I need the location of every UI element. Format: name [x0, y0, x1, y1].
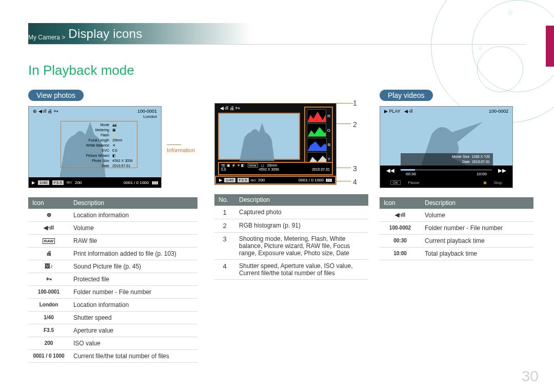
description-cell: Shooting mode, Metering, Flash, White ba… [235, 233, 368, 260]
description-cell: Volume [421, 209, 533, 222]
table-row: London Location information [28, 299, 197, 312]
view-photos-screenshot: ⊕ ◀·ıll 🖨 🗝 100-0001 London Mode📷 Meteri… [28, 106, 162, 188]
volume-icon: ◀·ıll [380, 209, 421, 222]
play-videos-table: Icon Description ◀·ıll Volume 100-0002 F… [380, 197, 533, 260]
table-row: 200 ISO value [28, 337, 197, 350]
description-cell: RAW file [69, 235, 197, 247]
table-row: 100-0002 Folder number - File number [380, 222, 533, 235]
callout-1: 1 [353, 99, 357, 107]
description-cell: Shutter speed [69, 312, 197, 324]
aperture-text: F3.5 [28, 324, 69, 337]
row-number: 3 [214, 233, 235, 260]
view-photos-table: Icon Description ⊕ Location information … [28, 197, 197, 363]
print-icon: 🖨 [28, 247, 69, 260]
sound-picture-icon: 🖼♪ [28, 260, 69, 273]
breadcrumb-current: Display icons [68, 27, 142, 41]
total-time-text: 10:00 [380, 247, 421, 260]
description-cell: Captured photo [235, 206, 368, 219]
description-cell: Print information added to file (p. 103) [69, 247, 197, 260]
play-videos-screenshot: ▶ PLAY ◀·ıll 100-0002 Movie Size 1280 X … [380, 106, 513, 188]
description-cell: Shutter speed, Aperture value, ISO value… [235, 260, 368, 280]
row-number: 1 [214, 206, 235, 219]
table-row: ◀·ıll Volume [28, 222, 197, 235]
table-row: 🖼♪ Sound Picture file (p. 45) [28, 260, 197, 273]
photo-silhouette [219, 114, 301, 161]
description-cell: ISO value [69, 337, 197, 350]
description-cell: Total playback time [421, 247, 533, 260]
row-number: 4 [214, 260, 235, 280]
description-cell: Aperture value [69, 324, 197, 337]
folder-file-text: 100-0002 [380, 222, 421, 235]
callout-4: 4 [353, 178, 357, 186]
location-text: London [143, 114, 157, 119]
table-row: ◀·ıll Volume [380, 209, 533, 222]
table-row: 🗝 Protected file [28, 273, 197, 286]
table-row: 1/40 Shutter speed [28, 312, 197, 324]
file-number: 100-0001 [137, 109, 157, 114]
current-time-text: 00:30 [380, 235, 421, 247]
raw-icon: RAW [28, 235, 69, 247]
histogram-table: No. Description 1 Captured photo 2 RGB h… [214, 194, 368, 280]
volume-icon: ◀·ıll [28, 222, 69, 235]
table-row: ⊕ Location information [28, 209, 197, 222]
breadcrumb: My Camera > Display icons [28, 23, 526, 45]
callout-2: 2 [353, 120, 357, 129]
table-row: 4 Shutter speed, Aperture value, ISO val… [214, 260, 368, 280]
location-icon: ⊕ [28, 209, 69, 222]
play-videos-pill: Play videos [380, 90, 433, 101]
histogram-column: ◀·ıll 🖨 🗝 R G B Y 📷 ▣ ⚡ ☀ ◧ RAW ◻ 20mm 0… [214, 90, 368, 280]
play-videos-column: Play videos ▶ PLAY ◀·ıll 100-0002 Movie … [380, 90, 533, 260]
description-cell: Folder number - File number [69, 286, 197, 299]
page-number: 30 [522, 367, 539, 385]
location-text: London [28, 299, 69, 312]
table-row: 1 Captured photo [214, 206, 368, 219]
description-cell: Current playback time [421, 235, 533, 247]
counter-text: 0001 / 0 1000 [28, 350, 69, 363]
callout-3: 3 [353, 164, 357, 173]
description-cell: Location information [69, 209, 197, 222]
folder-file-text: 100-0001 [28, 286, 69, 299]
view-photos-pill: View photos [28, 90, 84, 101]
row-number: 2 [214, 219, 235, 233]
description-cell: Location information [69, 299, 197, 312]
section-title: In Playback mode [28, 63, 134, 78]
table-row: 100-0001 Folder number - File number [28, 286, 197, 299]
accent-stripe [546, 26, 554, 67]
description-cell: RGB histogram (p. 91) [235, 219, 368, 233]
histogram-screenshot: ◀·ıll 🖨 🗝 R G B Y 📷 ▣ ⚡ ☀ ◧ RAW ◻ 20mm 0… [214, 103, 337, 185]
table-row: 00:30 Current playback time [380, 235, 533, 247]
table-row: 2 RGB histogram (p. 91) [214, 219, 368, 233]
description-cell: Sound Picture file (p. 45) [69, 260, 197, 273]
information-callout: Information [167, 141, 197, 153]
shutter-text: 1/40 [28, 312, 69, 324]
table-row: 10:00 Total playback time [380, 247, 533, 260]
breadcrumb-parent: My Camera > [28, 34, 65, 41]
description-cell: Folder number - File number [421, 222, 533, 235]
description-cell: Volume [69, 222, 197, 235]
description-cell: Current file/the total number of files [69, 350, 197, 363]
iso-text: 200 [28, 337, 69, 350]
table-row: RAW RAW file [28, 235, 197, 247]
table-row: 0001 / 0 1000 Current file/the total num… [28, 350, 197, 363]
table-row: 🖨 Print information added to file (p. 10… [28, 247, 197, 260]
table-row: F3.5 Aperture value [28, 324, 197, 337]
protected-icon: 🗝 [28, 273, 69, 286]
view-photos-column: View photos ⊕ ◀·ıll 🖨 🗝 100-0001 London … [28, 90, 197, 363]
description-cell: Protected file [69, 273, 197, 286]
table-row: 3 Shooting mode, Metering, Flash, White … [214, 233, 368, 260]
